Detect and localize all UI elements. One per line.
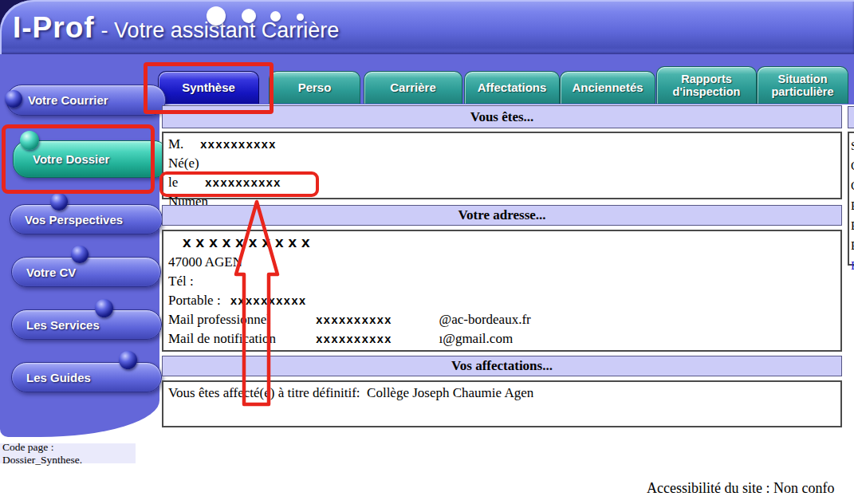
birth-line: Né(e) le xxxxxxxxxx [168, 154, 836, 192]
banner-dot-icon [242, 9, 256, 23]
mail-pro-label: Mail professionnel [168, 310, 313, 329]
right-panel-line: E [851, 236, 854, 256]
sphere-icon [119, 351, 137, 369]
sphere-icon [71, 246, 89, 263]
tab-perso[interactable]: Perso [269, 71, 360, 104]
right-panel-line: E [851, 216, 854, 236]
app-title-main: I-Prof [13, 11, 95, 45]
affectation-label: Vous êtes affecté(e) à titre définitif: [168, 385, 360, 400]
right-panel-line: S [851, 136, 854, 156]
sidebar-item-label: Votre Dossier [33, 152, 109, 166]
sidebar-item-votre-courrier[interactable]: Votre Courrier [6, 85, 166, 116]
portable-label: Portable : [168, 293, 221, 308]
right-panel-link[interactable]: E [851, 256, 854, 276]
banner-dot-icon [207, 6, 226, 26]
tab-situation-particuliere[interactable]: Situation particulière [757, 66, 848, 104]
banner-dot-icon [297, 14, 304, 21]
iprof-page: I-Prof - Votre assistant Carrière Synthè… [0, 0, 854, 504]
street-line: xxxxxxxxxx [168, 233, 836, 253]
sidebar-item-les-services[interactable]: Les Services [11, 309, 162, 340]
app-title: I-Prof - Votre assistant Carrière [13, 11, 339, 45]
tel-line: Tél : [168, 272, 836, 291]
section-body-identity: M. xxxxxxxxxx Né(e) le xxxxxxxxxx Numen … [162, 132, 842, 199]
banner: I-Prof - Votre assistant Carrière [0, 0, 854, 54]
sphere-icon [5, 90, 22, 108]
mail-notif-line: Mail de notification xxxxxxxxxx ı@gmail.… [168, 329, 836, 348]
portable-line: Portable : xxxxxxxxxx [168, 291, 836, 310]
birth-label: Né(e) le [168, 154, 202, 192]
mail-pro-domain: @ac-bordeaux.fr [439, 312, 531, 327]
section-body-address: xxxxxxxxxx 47000 AGEN Tél : Portable : x… [162, 230, 842, 352]
civility-line: M. xxxxxxxxxx [168, 135, 836, 154]
code-page-strip: Code page : Dossier_Synthese. [0, 443, 136, 463]
banner-dot-icon [270, 11, 281, 22]
sidebar-item-les-guides[interactable]: Les Guides [11, 362, 162, 392]
sidebar-item-label: Votre Courrier [28, 93, 108, 107]
sidebar-item-label: Votre CV [26, 266, 76, 279]
accessibility-link[interactable]: Accessibilité du site : Non confo [647, 480, 834, 497]
civility-value: xxxxxxxxxx [200, 138, 277, 151]
mail-notif-value: xxxxxxxxxx [316, 333, 392, 345]
section-header-votre-adresse: Votre adresse... [162, 205, 842, 226]
mail-notif-domain: ı@gmail.com [439, 331, 514, 346]
tab-synthese[interactable]: Synthèse [158, 71, 259, 104]
section-header-vos-affectations: Vos affectations... [162, 356, 842, 376]
tab-rapports-inspection[interactable]: Rapports d'inspection [656, 66, 757, 104]
sphere-icon [20, 131, 39, 150]
portable-value: xxxxxxxxxx [230, 294, 307, 307]
sidebar-item-label: Les Services [26, 318, 100, 332]
city-line: 47000 AGEN [168, 253, 836, 272]
birth-value: xxxxxxxxxx [205, 176, 281, 189]
sidebar-item-label: Les Guides [26, 371, 91, 384]
sidebar-item-votre-cv[interactable]: Votre CV [11, 257, 161, 287]
civility-label: M. [168, 135, 197, 154]
section-body-affectations: Vous êtes affecté(e) à titre définitif: … [162, 380, 842, 427]
tab-carriere[interactable]: Carrière [364, 71, 462, 104]
sphere-icon [50, 193, 68, 211]
right-panel-body: S C C E E E E [848, 132, 854, 266]
right-panel-line: E [851, 196, 854, 216]
affectation-value: Collège Joseph Chaumie Agen [367, 385, 533, 400]
right-panel-line: C [851, 156, 854, 176]
tab-anciennetes[interactable]: Anciennetés [560, 71, 655, 104]
mail-pro-value: xxxxxxxxxx [316, 313, 392, 326]
right-panel-header [848, 106, 854, 128]
sidebar-item-vos-perspectives[interactable]: Vos Perspectives [10, 204, 163, 234]
section-header-vous-etes: Vous êtes... [162, 105, 842, 128]
sphere-icon [95, 299, 113, 317]
sidebar-item-label: Vos Perspectives [25, 213, 123, 226]
mail-notif-label: Mail de notification [168, 329, 313, 348]
street-masked: xxxxxxxxxx [183, 234, 315, 250]
mail-pro-line: Mail professionnel xxxxxxxxxx @ac-bordea… [168, 310, 836, 329]
tab-affectations[interactable]: Affectations [464, 71, 560, 104]
right-panel-line: C [851, 176, 854, 196]
